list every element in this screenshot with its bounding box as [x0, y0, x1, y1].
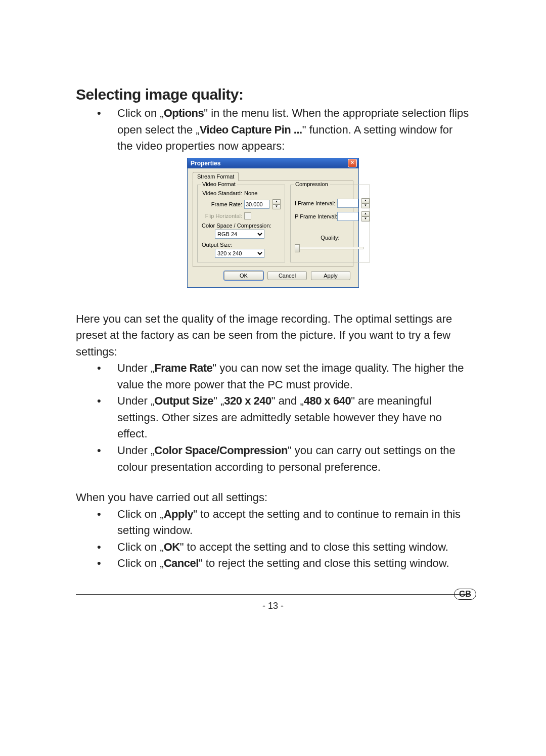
list-item: Under „Color Space/Compression" you can … — [97, 442, 470, 475]
output-size-bold: Output Size — [154, 394, 213, 407]
spin-down-icon[interactable]: ▼ — [361, 203, 370, 208]
tab-strip: Stream Format — [193, 171, 353, 181]
text: Click on „ — [117, 557, 164, 569]
options-bold: Options — [164, 107, 204, 119]
video-format-legend: Video Format — [201, 181, 237, 187]
p-frame-input[interactable] — [337, 212, 358, 221]
text: Click on „ — [117, 107, 164, 119]
flip-horizontal-row: Flip Horizontal: — [202, 212, 281, 219]
spin-up-icon[interactable]: ▲ — [272, 199, 281, 204]
p-frame-label: P Frame Interval: — [295, 213, 335, 219]
quality-label: Quality: — [295, 235, 366, 241]
gb-badge: GB — [454, 589, 476, 600]
color-space-combo[interactable]: RGB 24 — [215, 230, 264, 239]
text: Click on „ — [117, 508, 164, 520]
spin-down-icon[interactable]: ▼ — [272, 204, 281, 209]
color-space-bold: Color Space/Compression — [154, 444, 288, 457]
list-item: Click on „Apply" to accept the setting a… — [97, 506, 470, 539]
intro-item: Click on „Options" in the menu list. Whe… — [97, 105, 470, 155]
frame-rate-row: Frame Rate: ▲ ▼ — [202, 199, 281, 209]
video-standard-value: None — [244, 190, 257, 196]
close-icon[interactable]: × — [348, 159, 357, 167]
list-item: Under „Output Size" „320 x 240" and „480… — [97, 393, 470, 442]
text: Under „ — [117, 362, 154, 374]
cancel-bold: Cancel — [164, 557, 199, 569]
properties-dialog: Properties × Stream Format Video Format … — [187, 158, 359, 288]
text: " to accept the setting and to close thi… — [180, 541, 448, 553]
apply-button[interactable]: Apply — [311, 271, 350, 280]
i-frame-spinner[interactable]: ▲ ▼ — [361, 198, 370, 208]
list-item: Under „Frame Rate" you can now set the i… — [97, 360, 470, 393]
spin-up-icon[interactable]: ▲ — [361, 198, 370, 203]
output-size-combo[interactable]: 320 x 240 — [215, 249, 264, 258]
spin-up-icon[interactable]: ▲ — [361, 211, 370, 216]
color-space-label: Color Space / Compression: — [202, 223, 281, 229]
text: " „ — [213, 394, 224, 407]
compression-group: Compression I Frame Interval: ▲ ▼ P Fram… — [290, 185, 370, 262]
final-list: Click on „Apply" to accept the setting a… — [97, 506, 470, 572]
section-heading: Selecting image quality: — [76, 86, 470, 103]
text: Click on „ — [117, 541, 164, 553]
list-item: Click on „OK" to accept the setting and … — [97, 539, 470, 556]
quality-slider[interactable] — [295, 243, 366, 252]
video-standard-label: Video Standard: — [202, 190, 242, 196]
frame-rate-spinner[interactable]: ▲ ▼ — [272, 199, 281, 209]
footer-rule — [76, 594, 470, 595]
video-standard-row: Video Standard: None — [202, 190, 281, 196]
compression-legend: Compression — [294, 181, 330, 187]
p-frame-spinner[interactable]: ▲ ▼ — [361, 211, 370, 221]
spin-down-icon[interactable]: ▼ — [361, 216, 370, 221]
apply-bold: Apply — [164, 508, 194, 520]
list-item: Click on „Cancel" to reject the setting … — [97, 555, 470, 572]
after-dialog-paragraph: Here you can set the quality of the imag… — [76, 311, 470, 361]
output-size-label: Output Size: — [202, 242, 281, 248]
ok-button[interactable]: OK — [224, 271, 263, 280]
text: Under „ — [117, 394, 154, 407]
tab-stream-format[interactable]: Stream Format — [193, 172, 239, 181]
frame-rate-input[interactable] — [244, 200, 269, 209]
page-number: - 13 - — [76, 601, 470, 611]
output-size-row: 320 x 240 — [215, 249, 281, 258]
cancel-button[interactable]: Cancel — [267, 271, 307, 280]
frame-rate-label: Frame Rate: — [202, 201, 242, 207]
flip-horizontal-checkbox — [244, 212, 251, 219]
text: Under „ — [117, 444, 154, 457]
size-480-bold: 480 x 640 — [304, 394, 351, 407]
frame-rate-bold: Frame Rate — [154, 362, 212, 374]
dialog-body: Stream Format Video Format Video Standar… — [188, 168, 358, 287]
titlebar[interactable]: Properties × — [188, 158, 358, 168]
i-frame-label: I Frame Interval: — [295, 200, 335, 206]
intro-list: Click on „Options" in the menu list. Whe… — [97, 105, 470, 155]
ok-bold: OK — [164, 541, 180, 553]
slider-thumb[interactable] — [295, 244, 300, 252]
when-done-paragraph: When you have carried out all settings: — [76, 490, 470, 506]
i-frame-input[interactable] — [337, 199, 358, 208]
settings-list: Under „Frame Rate" you can now set the i… — [97, 360, 470, 475]
text: " to reject the setting and close this s… — [199, 557, 449, 569]
slider-track — [297, 247, 363, 249]
flip-horizontal-label: Flip Horizontal: — [202, 213, 242, 219]
color-space-row: RGB 24 — [215, 230, 281, 239]
video-capture-pin-bold: Video Capture Pin ... — [200, 123, 302, 136]
text: " and „ — [271, 394, 304, 407]
video-format-group: Video Format Video Standard: None Frame … — [197, 185, 285, 262]
dialog-title: Properties — [191, 160, 220, 167]
size-320-bold: 320 x 240 — [224, 394, 271, 407]
panel: Video Format Video Standard: None Frame … — [193, 181, 353, 267]
i-frame-row: I Frame Interval: ▲ ▼ — [295, 198, 366, 208]
dialog-buttons: OK Cancel Apply — [193, 267, 353, 283]
p-frame-row: P Frame Interval: ▲ ▼ — [295, 211, 366, 221]
